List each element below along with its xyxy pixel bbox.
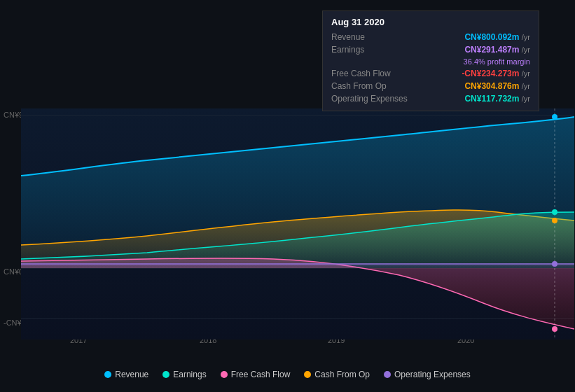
y-label-0: CN¥0 (4, 267, 23, 276)
tooltip-row-opex: Operating Expenses CN¥117.732m /yr (331, 92, 530, 105)
tooltip-label-revenue: Revenue (331, 32, 365, 42)
legend-label-revenue: Revenue (115, 370, 148, 379)
legend-label-opex: Operating Expenses (394, 370, 471, 379)
legend-revenue[interactable]: Revenue (104, 370, 148, 379)
legend-dot-opex (384, 371, 391, 378)
main-chart-svg (21, 108, 574, 340)
tooltip-label-earnings: Earnings (331, 45, 364, 55)
tooltip-row-margin: 36.4% profit margin (331, 56, 530, 67)
opex-area (21, 264, 574, 268)
legend-dot-cashop (304, 371, 311, 378)
legend-cashop[interactable]: Cash From Op (304, 370, 370, 379)
tooltip-value-revenue: CN¥800.092m /yr (464, 32, 530, 42)
tooltip-row-revenue: Revenue CN¥800.092m /yr (331, 31, 530, 43)
legend-label-fcf: Free Cash Flow (231, 370, 291, 379)
legend-dot-earnings (162, 371, 169, 378)
tooltip-value-earnings: CN¥291.487m /yr (464, 45, 530, 55)
legend-label-earnings: Earnings (173, 370, 206, 379)
legend-earnings[interactable]: Earnings (162, 370, 206, 379)
tooltip-value-cashop: CN¥304.876m /yr (464, 81, 530, 91)
cashop-dot (552, 218, 557, 223)
legend-label-cashop: Cash From Op (314, 370, 370, 379)
tooltip-date: Aug 31 2020 (331, 17, 530, 27)
revenue-dot (552, 114, 557, 120)
tooltip-row-cashop: Cash From Op CN¥304.876m /yr (331, 80, 530, 92)
tooltip-value-margin: 36.4% profit margin (464, 57, 530, 66)
legend-fcf[interactable]: Free Cash Flow (221, 370, 291, 379)
earnings-dot (552, 209, 557, 215)
tooltip-label-opex: Operating Expenses (331, 94, 408, 104)
tooltip-label-fcf: Free Cash Flow (331, 69, 391, 78)
tooltip-box: Aug 31 2020 Revenue CN¥800.092m /yr Earn… (322, 10, 539, 111)
chart-container: Aug 31 2020 Revenue CN¥800.092m /yr Earn… (0, 0, 575, 392)
fcf-dot (552, 326, 557, 332)
opex-dot (552, 261, 557, 267)
tooltip-value-opex: CN¥117.732m /yr (464, 94, 530, 104)
tooltip-label-cashop: Cash From Op (331, 81, 387, 91)
tooltip-row-fcf: Free Cash Flow -CN¥234.273m /yr (331, 67, 530, 80)
legend-opex[interactable]: Operating Expenses (384, 370, 471, 379)
tooltip-value-fcf: -CN¥234.273m /yr (462, 69, 530, 78)
legend-dot-fcf (221, 371, 228, 378)
legend-dot-revenue (104, 371, 111, 378)
chart-legend: Revenue Earnings Free Cash Flow Cash Fro… (0, 370, 575, 379)
tooltip-row-earnings: Earnings CN¥291.487m /yr (331, 43, 530, 56)
